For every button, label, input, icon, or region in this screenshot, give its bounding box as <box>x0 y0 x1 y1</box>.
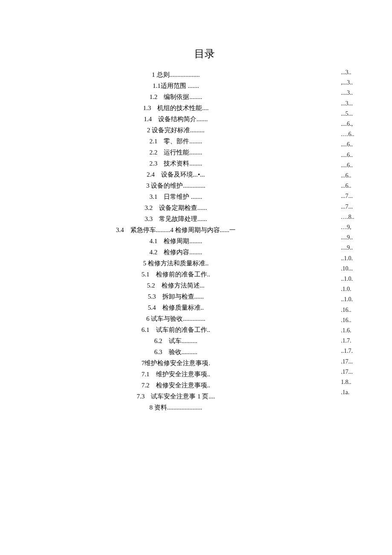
toc-page-number: ….6.. <box>341 129 366 139</box>
toc-entry: 8 资料...................... <box>43 402 309 413</box>
toc-entry: 3 设备的维护.............. <box>43 180 309 191</box>
toc-entry: 1.3 机组的技术性能.... <box>43 102 309 113</box>
toc-entry: 2.1 零、部件........ <box>43 136 309 147</box>
toc-page-number: .1.0. <box>341 284 366 294</box>
toc-page-number: ...6.. <box>341 181 366 191</box>
toc-page-number: ....6.. <box>341 139 366 150</box>
toc-entry: 2.3 技术资料........ <box>43 158 309 169</box>
toc-entry: 6 试车与验收.............. <box>43 313 309 324</box>
toc-page-number: ...5... <box>341 109 366 119</box>
toc-entry: 3.1 日常维护 ....... <box>43 191 309 202</box>
toc-page-number: .17... <box>341 367 366 377</box>
toc-page-number: ,...3.. <box>341 78 366 88</box>
toc-entry: 6.1 试车前的准备工作.. <box>43 324 309 335</box>
toc-page-number: .1.6. <box>341 325 366 336</box>
toc-entry: 6.2 试车.......... <box>43 335 309 346</box>
toc-pages-column: ...3..,...3......3.....3......5.......6.… <box>341 67 366 398</box>
toc-page-number: ..1.7. <box>341 346 366 356</box>
toc-title: 目录 <box>119 47 290 61</box>
toc-entry: 2.2 运行性能........ <box>43 147 309 158</box>
toc-entry: 4.1 检修周期........ <box>43 235 309 247</box>
toc-page-number: 1.8.. <box>341 377 366 387</box>
toc-entry: 1 总则................... <box>43 69 309 80</box>
toc-page-number: ...3... <box>341 99 366 109</box>
toc-page-number: ...6.. <box>341 171 366 181</box>
toc-container: 1 总则...................1.1适用范围 .......1.… <box>43 69 366 413</box>
toc-page-number: .16.. <box>341 305 366 315</box>
toc-entry: 1.4 设备结构简介....... <box>43 113 309 125</box>
toc-entry: 1.2 编制依据........ <box>43 91 309 102</box>
toc-page-number: ....6., <box>341 119 366 129</box>
toc-entry: 3.4 紧急停车.........4 检修周期与内容......一 <box>43 224 309 235</box>
toc-page-number: .10... <box>341 264 366 274</box>
toc-entry: 7维护检修安全注意事项. <box>43 357 309 369</box>
toc-entry: 1.1适用范围 ....... <box>43 80 309 91</box>
toc-page-number: ....6.. <box>341 160 366 171</box>
toc-entry: 5.2 检修方法简述... <box>43 280 309 291</box>
toc-page-number: ….8.. <box>341 212 366 222</box>
toc-page-number: ...3.. <box>341 67 366 78</box>
toc-page-number: .1a. <box>341 387 366 398</box>
toc-entry: 6.3 验收.......... <box>43 346 309 357</box>
toc-entry: 2 设备完好标准......... <box>43 125 309 136</box>
toc-page-number: ...7... <box>341 202 366 212</box>
toc-entry: 5 检修方法和质量标准.. <box>43 258 309 269</box>
toc-page-number: ..1.0. <box>341 274 366 284</box>
toc-entry: 5.3 拆卸与检查...... <box>43 291 309 302</box>
toc-entry: 7.2 检修安全注意事项.. <box>43 380 309 391</box>
toc-page-number: ....9.. <box>341 243 366 253</box>
toc-entry: 4.2 检修内容........ <box>43 247 309 258</box>
toc-entry: 2.4 设备及环境...•... <box>43 169 309 180</box>
toc-page-number: ....3.. <box>341 88 366 98</box>
toc-page-number: .1.7. <box>341 336 366 346</box>
toc-page-number: …9, <box>341 222 366 232</box>
toc-entry: 7.3 试车安全注意事 1 页.... <box>43 391 309 402</box>
toc-entry: 5.4 检修质量标准.. <box>43 302 309 313</box>
toc-entry: 3.2 设备定期检查...... <box>43 202 309 213</box>
toc-page-number: ....9.. <box>341 232 366 243</box>
toc-entry: 3.3 常见故障处理...... <box>43 213 309 224</box>
document-page: 目录 1 总则...................1.1适用范围 ......… <box>0 0 392 413</box>
toc-page-number: ....6.. <box>341 150 366 160</box>
toc-page-number: ..1.0. <box>341 253 366 264</box>
toc-entries-column: 1 总则...................1.1适用范围 .......1.… <box>43 69 309 413</box>
toc-page-number: .17... <box>341 357 366 367</box>
toc-entry: 5.1 检修前的准备工作.. <box>43 269 309 280</box>
toc-page-number: ...7... <box>341 191 366 201</box>
toc-entry: 7.1 维护安全注意事项.. <box>43 369 309 380</box>
toc-page-number: .16.. <box>341 315 366 325</box>
toc-page-number: ..1.0. <box>341 294 366 305</box>
